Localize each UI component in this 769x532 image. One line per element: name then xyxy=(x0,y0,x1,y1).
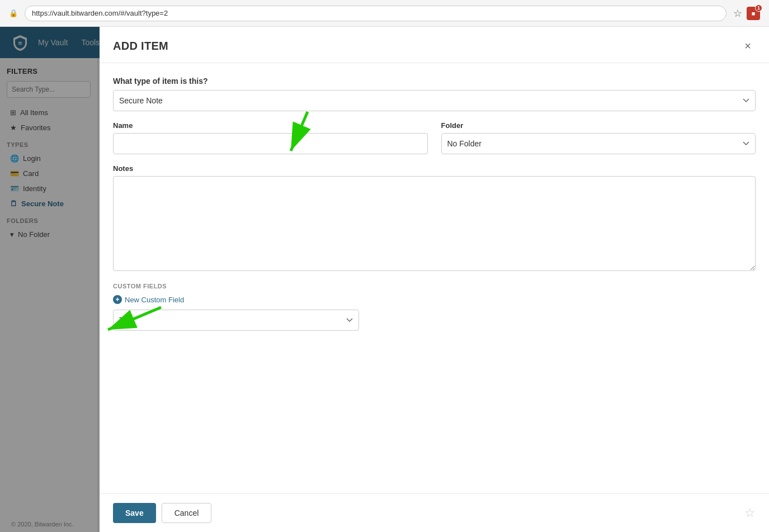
extension-count: 1 xyxy=(755,4,762,12)
modal-footer: Save Cancel ☆ xyxy=(100,493,769,532)
modal-body: What type of item is this? Login Card Id… xyxy=(100,63,769,493)
custom-fields-group: CUSTOM FIELDS + New Custom Field Text Hi… xyxy=(113,283,756,331)
custom-field-type-select[interactable]: Text Hidden Boolean xyxy=(113,310,359,331)
folder-select[interactable]: No Folder xyxy=(441,133,756,154)
footer-actions: Save Cancel xyxy=(113,503,211,523)
name-folder-row: Name Folder No Folder xyxy=(113,121,756,154)
item-type-select[interactable]: Login Card Identity Secure Note xyxy=(113,90,756,111)
new-custom-field-button[interactable]: + New Custom Field xyxy=(113,295,756,304)
bookmark-icon[interactable]: ☆ xyxy=(733,7,742,20)
item-type-question: What type of item is this? xyxy=(113,77,756,86)
browser-actions: ☆ ■ 1 xyxy=(733,7,760,20)
url-text: https://vault.bitwarden.com/#/vault?type… xyxy=(32,9,168,17)
browser-bar: 🔒 https://vault.bitwarden.com/#/vault?ty… xyxy=(0,0,769,27)
lock-icon: 🔒 xyxy=(9,9,18,17)
modal-title: ADD ITEM xyxy=(113,40,168,53)
new-custom-field-label: New Custom Field xyxy=(125,296,184,304)
notes-label: Notes xyxy=(113,164,756,173)
extension-badge[interactable]: ■ 1 xyxy=(747,7,760,20)
modal-header: ADD ITEM × xyxy=(100,27,769,63)
item-type-group: What type of item is this? Login Card Id… xyxy=(113,77,756,111)
save-button[interactable]: Save xyxy=(113,503,156,523)
custom-fields-section-label: CUSTOM FIELDS xyxy=(113,283,756,289)
notes-group: Notes xyxy=(113,164,756,273)
favorite-button[interactable]: ☆ xyxy=(744,506,756,520)
cancel-button[interactable]: Cancel xyxy=(162,503,212,523)
notes-textarea[interactable] xyxy=(113,176,756,271)
add-item-modal: ADD ITEM × What type of item is this? Lo… xyxy=(100,27,769,532)
name-label: Name xyxy=(113,121,428,130)
modal-close-button[interactable]: × xyxy=(740,38,756,54)
folder-label: Folder xyxy=(441,121,756,130)
name-input[interactable] xyxy=(113,133,428,154)
name-group: Name xyxy=(113,121,428,154)
url-bar[interactable]: https://vault.bitwarden.com/#/vault?type… xyxy=(25,6,726,21)
folder-group: Folder No Folder xyxy=(441,121,756,154)
plus-icon: + xyxy=(113,295,122,304)
